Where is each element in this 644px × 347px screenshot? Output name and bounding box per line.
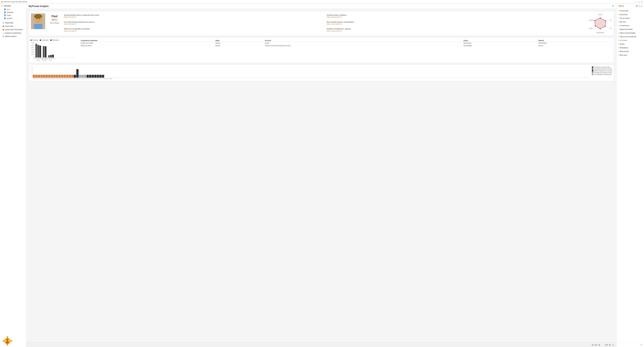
family-header: 📁 Gosselin xyxy=(0,4,26,8)
sidebar-item-paul[interactable]: 👤 Paul xyxy=(0,8,26,11)
formation-col-2021 xyxy=(99,66,102,78)
value-title-4: Auto-contrôlée (retenue, autodiscipline) xyxy=(327,21,586,23)
table-row: Diriger les autres Avancé Gestion à trav… xyxy=(80,44,612,47)
right-panel-nav-item-8[interactable]: Formation xyxy=(616,38,644,42)
year-right: 2023 xyxy=(605,344,608,346)
right-panel-nav-item-10[interactable]: Réalisations xyxy=(616,46,644,49)
value-terminal-3: Plaisir (une vie agréable et tranquille)… xyxy=(64,28,324,33)
svg-point-9 xyxy=(41,18,43,20)
formation-x-labels: 1994199519961997199819992000200120022003… xyxy=(33,78,590,79)
value-title-3: Un monde de beauté (beauté de la nature … xyxy=(64,21,324,23)
sidebar-nav-analyses[interactable]: 📈 Analyses et graphiques xyxy=(0,31,26,35)
formation-bar-2001 xyxy=(51,75,53,78)
right-panel-nav-item-4[interactable]: Compétences xyxy=(616,24,644,27)
next-year-left[interactable]: ▶ xyxy=(599,344,600,346)
prev-year-left[interactable]: ◀ xyxy=(592,344,593,346)
formation-bar-2009 xyxy=(71,75,74,78)
formation-bar-2011 xyxy=(76,69,78,78)
sidebar-item-charlotte[interactable]: 👤 Charlotte xyxy=(0,11,26,14)
right-panel-nav-item-2[interactable]: Flux de caisse xyxy=(616,16,644,20)
formation-bar-2019 xyxy=(94,75,96,78)
font-size-icon[interactable]: Aa aa xyxy=(638,5,642,7)
profile-mbti: INTJ xyxy=(48,18,62,21)
back-icon[interactable]: ↰ xyxy=(612,5,614,8)
right-panel-nav-item-7[interactable]: Valeurs de la famille [G] xyxy=(616,35,644,38)
pin-icon[interactable]: 📌 xyxy=(636,5,638,7)
formation-col-1994 xyxy=(33,66,35,78)
formation-col-2002 xyxy=(53,66,56,78)
next-year-right[interactable]: ▶ xyxy=(610,344,611,346)
content-area: MyPrivate Insights ↰ xyxy=(26,4,616,347)
sidebar-item-frank[interactable]: 👤 Frank xyxy=(0,14,26,17)
nav-arrow-right[interactable]: ↪ xyxy=(640,344,642,346)
titlebar-buttons[interactable]: ─ □ ✕ xyxy=(634,1,643,3)
svg-text:Intellectuel: Intellectuel xyxy=(610,19,612,21)
formation-bar-2020 xyxy=(97,75,99,78)
profile-card: Paul INTJ Myers-Briggs Sécurité familial… xyxy=(28,11,614,36)
sidebar-nav-export-docs[interactable]: 📤 Export data & documents xyxy=(0,28,26,31)
fy-3: 3 xyxy=(30,69,32,70)
formation-xlabel-2018: 2018 xyxy=(98,78,100,79)
person-icon-jennifer: 👤 xyxy=(4,17,6,19)
right-panel-nav-item-9[interactable]: Emploi xyxy=(616,42,644,46)
value-label-2: Valeur instrumentale #1 xyxy=(327,16,586,18)
legend-conception: Conception d'une aile à haut r xyxy=(592,66,612,68)
formation-bar-2015 xyxy=(84,75,86,78)
legend-r21: R21 Régulateurs de ballast pou xyxy=(592,74,612,75)
formation-bar-2013 xyxy=(79,75,81,78)
filter-icon[interactable]: ⚙ xyxy=(612,344,614,346)
value-label-3: Valeur terminale #2 xyxy=(64,23,324,25)
right-panel: Talent 📌 Aa aa PersonnalitéDocumentsFlux… xyxy=(616,4,644,347)
diplome-box xyxy=(592,70,593,71)
x-frank-2022: 2022 xyxy=(37,58,40,59)
bottom-bar: ◀ 2021 ▶ 2023 ▶ ⚙ xyxy=(26,343,616,347)
analyses-icon: 📈 xyxy=(2,32,4,34)
formation-col-2011 xyxy=(76,66,78,78)
x-jennifer-group: 2022 2023 Jennifer xyxy=(42,58,46,61)
person-icon-charlotte: 👤 xyxy=(4,11,6,13)
right-panel-nav-item-6[interactable]: Valeurs instrumentales xyxy=(616,31,644,35)
svg-point-33 xyxy=(6,339,8,341)
formation-bar-1995 xyxy=(36,75,38,78)
nav-export-docs-label: Export data & documents xyxy=(5,29,23,30)
chart-legend: Coaching L'éducation Séminaires xyxy=(30,39,74,41)
right-panel-nav-item-12[interactable]: Bloc-notes xyxy=(616,53,644,57)
bottom-nav: ◀ 2021 ▶ 2023 ▶ ⚙ xyxy=(592,344,614,346)
formation-col-1999 xyxy=(46,66,48,78)
bars-area: 2021 2022 2023 Frank 2022 xyxy=(35,42,74,61)
formation-bar-1997 xyxy=(40,75,43,78)
sidebar-nav-export[interactable]: 📤 Export data xyxy=(0,24,26,28)
value-title-2: Honnête (sincère, véridique) xyxy=(327,14,586,16)
formation-bar-1999 xyxy=(46,75,48,78)
right-panel-nav-item-3[interactable]: Bien-être xyxy=(616,20,644,24)
legend-education: L'éducation xyxy=(40,39,49,41)
formation-col-2005 xyxy=(61,66,63,78)
education-dot xyxy=(40,40,41,41)
svg-point-30 xyxy=(595,25,596,26)
sidebar-nav-archive[interactable]: 🗄 Afficher l'archive xyxy=(0,35,26,38)
table-row: Gestion des conflits Avancé Ecoute Éléme… xyxy=(80,42,612,44)
minimize-button[interactable]: ─ xyxy=(634,1,636,3)
right-panel-nav-item-0[interactable]: Personnalité xyxy=(616,9,644,13)
seminaires-dot xyxy=(50,40,52,41)
bar-jennifer-2023 xyxy=(45,46,46,57)
close-button[interactable]: ✕ xyxy=(641,1,643,3)
sidebar-nav-rapportage[interactable]: 📊 Rapportage xyxy=(0,21,26,24)
developpement-box xyxy=(592,68,593,70)
svg-point-28 xyxy=(605,26,606,27)
right-panel-nav-item-11[interactable]: Adresses [G] xyxy=(616,49,644,53)
right-panel-nav-item-5[interactable]: Valeurs terminales xyxy=(616,27,644,31)
titlebar: 🏠 MyPrivate Family Office [Build 80287] … xyxy=(0,0,644,4)
maximize-button[interactable]: □ xyxy=(638,1,640,3)
y-axis: 6000 5000 4000 3000 2000 1000 0 xyxy=(30,42,35,58)
formation-xlabel-2006: 2006 xyxy=(67,78,69,79)
right-panel-actions[interactable]: 📌 Aa aa xyxy=(636,5,642,7)
right-panel-footer: ↪ xyxy=(616,343,644,347)
right-panel-nav-item-1[interactable]: Documents xyxy=(616,13,644,16)
skills-col-en-cours: En cours xyxy=(264,39,462,42)
skill-en-cours-1: Ecoute xyxy=(264,42,462,44)
profile-system: Myers-Briggs xyxy=(48,22,62,24)
sidebar-item-jennifer[interactable]: 👤 Jennifer xyxy=(0,17,26,20)
formation-bar-2010 xyxy=(74,75,76,78)
svg-marker-38 xyxy=(6,345,8,345)
